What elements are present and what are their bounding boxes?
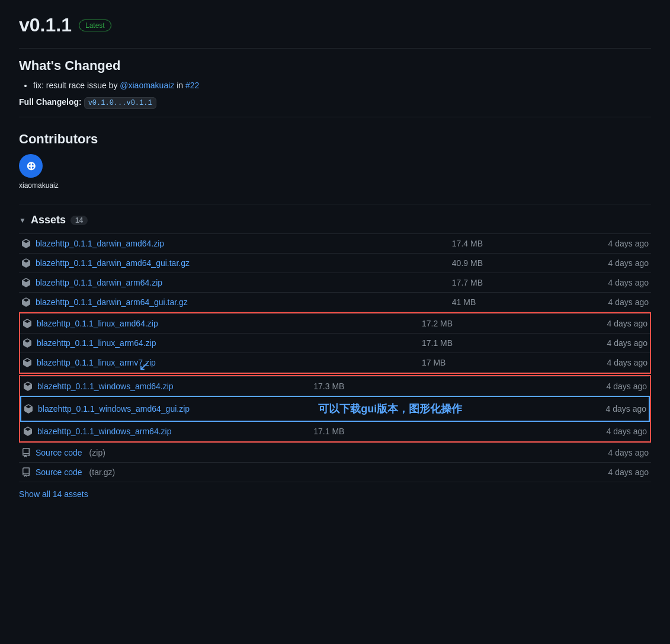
author-link[interactable]: @xiaomakuaiz (120, 81, 174, 90)
contributor-name: xiaomakuaiz (19, 181, 651, 190)
asset-size: 17.1 MB (419, 334, 521, 353)
package-icon (23, 382, 33, 391)
table-row: blazehttp_0.1.1_linux_amd64.zip 17.2 MB … (20, 314, 650, 334)
changelog-list: fix: result race issue by @xiaomakuaiz i… (19, 81, 651, 90)
asset-link[interactable]: blazehttp_0.1.1_linux_armv7.zip (23, 358, 417, 367)
asset-date: 4 days ago (572, 396, 649, 421)
asset-link[interactable]: Source code (tar.gz) (21, 467, 435, 477)
asset-size: 40.9 MB (450, 254, 538, 273)
asset-link[interactable]: blazehttp_0.1.1_windows_amd64.zip (23, 382, 309, 391)
source-icon (21, 448, 31, 457)
divider-3 (19, 204, 651, 204)
asset-date: 4 days ago (538, 273, 651, 293)
package-icon (24, 404, 33, 414)
linux-group: blazehttp_0.1.1_linux_amd64.zip 17.2 MB … (19, 312, 651, 374)
asset-link[interactable]: blazehttp_0.1.1_darwin_amd64_gui.tar.gz (21, 258, 447, 268)
asset-size: 17.4 MB (450, 234, 538, 254)
contributor-item: ⊕ xiaomakuaiz (19, 154, 651, 190)
asset-size: 17 MB (419, 353, 521, 373)
assets-header[interactable]: ▼ Assets 14 (19, 214, 651, 226)
assets-title: Assets (31, 214, 66, 226)
package-icon (23, 427, 33, 436)
source-icon (21, 467, 31, 477)
package-icon (23, 319, 32, 328)
asset-date: 4 days ago (538, 254, 651, 273)
asset-filename: blazehttp_0.1.1_darwin_amd64.zip (36, 239, 164, 248)
highlighted-row: blazehttp_0.1.1_windows_amd64_gui.zip 可以… (21, 396, 649, 421)
asset-date: 4 days ago (521, 353, 650, 373)
asset-filename: blazehttp_0.1.1_linux_armv7.zip (37, 358, 156, 367)
asset-name-text: Source code (36, 448, 82, 457)
asset-link[interactable]: blazehttp_0.1.1_darwin_arm64.zip (21, 278, 447, 287)
windows-group: ↙ blazehttp_0.1.1_windows_amd64.zip 17.3… (19, 375, 651, 443)
full-changelog-row: Full Changelog: v0.1.0...v0.1.1 (19, 97, 651, 107)
latest-badge: Latest (79, 20, 111, 31)
table-row: blazehttp_0.1.1_windows_amd64.zip 17.3 M… (21, 377, 649, 397)
changelog-text-middle: in (177, 81, 185, 90)
asset-link[interactable]: Source code (zip) (21, 448, 435, 457)
whats-changed-section: What's Changed fix: result race issue by… (19, 58, 651, 107)
asset-size: 17.1 MB (311, 421, 571, 441)
table-row: blazehttp_0.1.1_darwin_amd64.zip 17.4 MB… (19, 234, 651, 254)
asset-date: 4 days ago (521, 314, 650, 334)
asset-link[interactable]: blazehttp_0.1.1_darwin_arm64_gui.tar.gz (21, 297, 447, 307)
divider-2 (19, 117, 651, 117)
pr-link[interactable]: #22 (185, 81, 199, 90)
whats-changed-title: What's Changed (19, 58, 651, 73)
asset-date: 4 days ago (458, 463, 651, 482)
table-row: blazehttp_0.1.1_linux_armv7.zip 17 MB 4 … (20, 353, 650, 373)
table-row: blazehttp_0.1.1_darwin_arm64.zip 17.7 MB… (19, 273, 651, 293)
changelog-text-prefix: fix: result race issue by (33, 81, 120, 90)
asset-size: 41 MB (450, 293, 538, 312)
package-icon (21, 278, 31, 287)
asset-date: 4 days ago (521, 334, 650, 353)
page-container: v0.1.1 Latest What's Changed fix: result… (19, 14, 651, 499)
asset-filename: blazehttp_0.1.1_linux_arm64.zip (37, 338, 156, 348)
package-icon (23, 358, 32, 367)
asset-link[interactable]: blazehttp_0.1.1_windows_amd64_gui.zip (24, 404, 309, 414)
package-icon (21, 239, 31, 248)
version-title: v0.1.1 (19, 14, 72, 36)
version-row: v0.1.1 Latest (19, 14, 651, 36)
asset-size: 可以下载gui版本，图形化操作 (311, 396, 571, 421)
asset-link[interactable]: blazehttp_0.1.1_windows_arm64.zip (23, 427, 309, 436)
asset-filename: blazehttp_0.1.1_windows_amd64_gui.zip (38, 404, 190, 414)
assets-count: 14 (70, 216, 88, 225)
asset-filename: blazehttp_0.1.1_linux_amd64.zip (37, 319, 158, 328)
source-assets-table: Source code (zip) 4 days ago Source co (19, 443, 651, 482)
table-row: blazehttp_0.1.1_darwin_amd64_gui.tar.gz … (19, 254, 651, 273)
package-icon (21, 297, 31, 307)
asset-size (438, 443, 458, 463)
asset-size: 17.2 MB (419, 314, 521, 334)
asset-suffix: (zip) (89, 448, 105, 457)
contributor-avatar[interactable]: ⊕ (19, 154, 43, 178)
asset-date: 4 days ago (538, 293, 651, 312)
asset-date: 4 days ago (458, 443, 651, 463)
table-row: blazehttp_0.1.1_darwin_arm64_gui.tar.gz … (19, 293, 651, 312)
table-row: blazehttp_0.1.1_windows_arm64.zip 17.1 M… (21, 421, 649, 441)
assets-table-wrapper: blazehttp_0.1.1_darwin_amd64.zip 17.4 MB… (19, 233, 651, 482)
changelog-item: fix: result race issue by @xiaomakuaiz i… (33, 81, 651, 90)
contributors-title: Contributors (19, 132, 651, 147)
asset-filename: blazehttp_0.1.1_darwin_amd64_gui.tar.gz (36, 258, 190, 268)
triangle-icon: ▼ (19, 216, 26, 225)
asset-link[interactable]: blazehttp_0.1.1_linux_amd64.zip (23, 319, 417, 328)
package-icon (21, 258, 31, 268)
table-row: blazehttp_0.1.1_linux_arm64.zip 17.1 MB … (20, 334, 650, 353)
asset-date: 4 days ago (538, 234, 651, 254)
divider-1 (19, 48, 651, 49)
assets-table: blazehttp_0.1.1_darwin_amd64.zip 17.4 MB… (19, 233, 651, 312)
asset-suffix: (tar.gz) (89, 467, 116, 477)
show-all-assets-link[interactable]: Show all 14 assets (19, 489, 88, 499)
asset-size: 17.7 MB (450, 273, 538, 293)
asset-link[interactable]: blazehttp_0.1.1_darwin_amd64.zip (21, 239, 447, 248)
asset-filename: blazehttp_0.1.1_darwin_arm64_gui.tar.gz (36, 297, 188, 307)
asset-date: 4 days ago (572, 421, 649, 441)
plus-icon: ⊕ (26, 160, 36, 172)
asset-filename: blazehttp_0.1.1_windows_amd64.zip (37, 382, 174, 391)
asset-date: 4 days ago (572, 377, 649, 397)
asset-link[interactable]: blazehttp_0.1.1_linux_arm64.zip (23, 338, 417, 348)
changelog-code-link[interactable]: v0.1.0...v0.1.1 (84, 97, 156, 109)
asset-filename: blazehttp_0.1.1_darwin_arm64.zip (36, 278, 162, 287)
asset-size: 17.3 MB (311, 377, 571, 397)
